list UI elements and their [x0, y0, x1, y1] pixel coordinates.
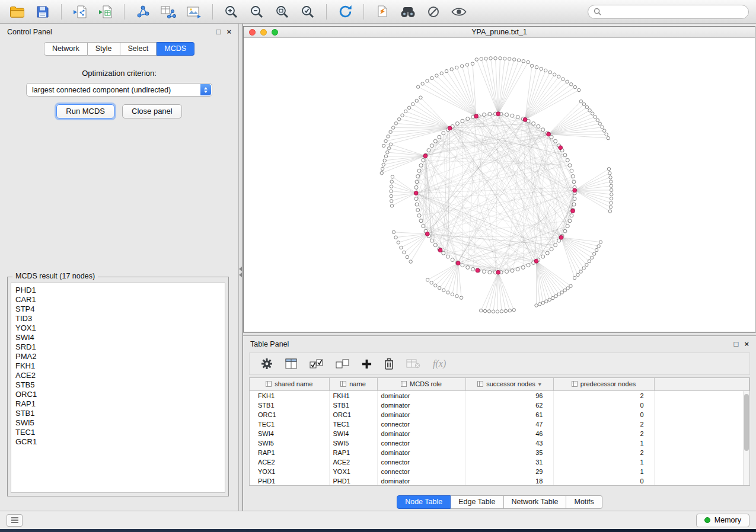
network-node[interactable] [608, 172, 611, 175]
network-node[interactable] [563, 289, 566, 291]
tab-motifs[interactable]: Motifs [566, 495, 602, 509]
network-node[interactable] [466, 265, 470, 269]
table-scrollbar-thumb[interactable] [744, 394, 749, 451]
network-node[interactable] [548, 70, 551, 73]
table-cell[interactable]: 18 [465, 476, 553, 486]
network-node[interactable] [562, 78, 564, 81]
network-node[interactable] [471, 267, 475, 271]
network-node[interactable] [608, 210, 611, 213]
network-node[interactable] [384, 155, 387, 158]
result-node-item[interactable]: PHD1 [15, 286, 225, 295]
network-node[interactable] [588, 109, 591, 112]
network-node[interactable] [416, 208, 420, 211]
table-cell[interactable]: 46 [465, 429, 553, 438]
network-node-dominator[interactable] [534, 259, 538, 263]
result-node-item[interactable]: YOX1 [15, 323, 225, 333]
network-node[interactable] [570, 83, 573, 86]
table-cell[interactable]: ORC1 [329, 410, 377, 419]
column-header-name[interactable]: name [329, 378, 377, 390]
network-node[interactable] [382, 144, 385, 147]
network-node[interactable] [598, 122, 601, 125]
column-header-mcds-role[interactable]: MCDS role [377, 378, 465, 390]
table-cell[interactable]: RAP1 [250, 448, 329, 457]
table-cell[interactable]: ORC1 [250, 410, 329, 419]
result-node-item[interactable]: STB1 [15, 409, 225, 418]
network-node[interactable] [554, 243, 557, 247]
network-node[interactable] [566, 80, 569, 83]
network-node[interactable] [416, 175, 420, 178]
network-node[interactable] [390, 180, 393, 183]
table-row[interactable]: ACE2ACE2connector311 [250, 457, 749, 467]
network-node[interactable] [461, 119, 464, 123]
result-node-item[interactable]: ACE2 [15, 371, 225, 380]
network-node[interactable] [505, 270, 509, 273]
network-node[interactable] [500, 310, 503, 313]
network-node[interactable] [451, 293, 454, 296]
network-node[interactable] [430, 144, 433, 148]
network-node[interactable] [387, 147, 390, 150]
network-node[interactable] [484, 57, 487, 60]
result-node-item[interactable]: FKH1 [15, 361, 225, 371]
network-node[interactable] [403, 251, 406, 254]
network-node[interactable] [383, 159, 386, 162]
network-node[interactable] [595, 248, 598, 251]
table-cell[interactable]: SWI4 [329, 429, 377, 438]
network-node-dominator[interactable] [496, 112, 500, 116]
network-node[interactable] [417, 169, 421, 172]
table-cell[interactable]: 1 [553, 438, 654, 448]
table-row[interactable]: ORC1ORC1dominator610 [250, 410, 749, 419]
network-node[interactable] [535, 66, 538, 69]
result-node-item[interactable]: GCR1 [15, 437, 225, 447]
network-node[interactable] [610, 201, 613, 204]
network-node[interactable] [607, 136, 610, 139]
network-node[interactable] [579, 100, 582, 102]
network-node[interactable] [392, 230, 395, 233]
table-cell[interactable]: SWI4 [250, 429, 329, 438]
network-node[interactable] [578, 88, 580, 91]
table-cell[interactable]: 96 [465, 390, 553, 400]
network-node[interactable] [494, 57, 497, 60]
network-node[interactable] [390, 200, 393, 203]
network-node-dominator[interactable] [448, 126, 452, 130]
network-node[interactable] [440, 72, 443, 75]
network-node[interactable] [566, 225, 569, 228]
result-node-item[interactable]: SWI4 [15, 333, 225, 342]
network-node[interactable] [566, 287, 569, 290]
network-node[interactable] [479, 309, 482, 312]
table-cell[interactable]: dominator [377, 476, 465, 486]
tab-network-table[interactable]: Network Table [504, 495, 567, 509]
network-node[interactable] [406, 255, 409, 258]
network-node[interactable] [516, 116, 519, 119]
network-graph[interactable] [244, 38, 755, 332]
network-node[interactable] [610, 193, 613, 196]
network-node-dominator[interactable] [559, 146, 563, 150]
network-node[interactable] [460, 296, 462, 299]
network-node[interactable] [482, 270, 486, 273]
network-node[interactable] [492, 310, 495, 313]
result-node-item[interactable]: TID3 [15, 314, 225, 323]
network-node[interactable] [572, 203, 576, 206]
table-cell[interactable]: 35 [465, 448, 553, 457]
network-node[interactable] [391, 126, 394, 129]
network-node[interactable] [433, 243, 437, 247]
network-node[interactable] [582, 267, 585, 270]
table-cell[interactable]: 0 [553, 476, 654, 486]
close-panel-icon[interactable]: × [227, 28, 231, 36]
network-node[interactable] [504, 309, 507, 312]
network-node[interactable] [551, 296, 554, 299]
network-node[interactable] [391, 175, 394, 178]
network-node[interactable] [597, 245, 600, 248]
network-node[interactable] [386, 150, 389, 153]
network-node[interactable] [585, 263, 588, 266]
table-cell[interactable]: 0 [553, 410, 654, 419]
network-node[interactable] [430, 239, 433, 242]
network-node[interactable] [571, 175, 575, 178]
zoom-selected-button[interactable] [298, 3, 318, 21]
network-node[interactable] [610, 188, 613, 191]
table-row[interactable]: YOX1YOX1connector291 [250, 467, 749, 476]
network-node[interactable] [566, 158, 569, 162]
network-node[interactable] [442, 251, 445, 255]
delete-column-button[interactable] [384, 358, 394, 370]
close-panel-icon[interactable]: × [744, 340, 749, 348]
clone-network-button[interactable] [372, 3, 393, 21]
